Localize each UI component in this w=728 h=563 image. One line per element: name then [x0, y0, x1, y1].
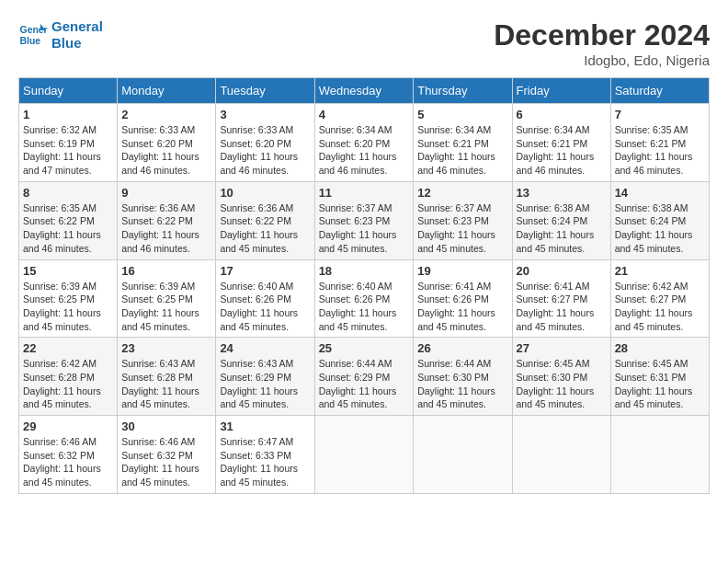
- col-monday: Monday: [118, 78, 216, 104]
- calendar-cell: 6 Sunrise: 6:34 AMSunset: 6:21 PMDayligh…: [512, 104, 610, 182]
- svg-text:General: General: [20, 25, 48, 35]
- calendar-cell: 27 Sunrise: 6:45 AMSunset: 6:30 PMDaylig…: [512, 338, 610, 416]
- calendar-cell: 9 Sunrise: 6:36 AMSunset: 6:22 PMDayligh…: [118, 181, 216, 259]
- logo: General Blue General Blue: [18, 18, 103, 52]
- calendar-row: 8 Sunrise: 6:35 AMSunset: 6:22 PMDayligh…: [19, 181, 710, 259]
- day-detail: Sunrise: 6:34 AMSunset: 6:21 PMDaylight:…: [517, 123, 607, 178]
- calendar-cell: [314, 416, 414, 494]
- day-number: 6: [517, 108, 607, 121]
- calendar-header-row: Sunday Monday Tuesday Wednesday Thursday…: [19, 78, 710, 104]
- day-detail: Sunrise: 6:44 AMSunset: 6:29 PMDaylight:…: [319, 357, 410, 411]
- logo-line2: Blue: [51, 35, 103, 52]
- svg-text:Blue: Blue: [20, 36, 41, 46]
- calendar-cell: 21 Sunrise: 6:42 AMSunset: 6:27 PMDaylig…: [610, 259, 709, 338]
- day-detail: Sunrise: 6:36 AMSunset: 6:22 PMDaylight:…: [121, 201, 211, 256]
- calendar-cell: 24 Sunrise: 6:43 AMSunset: 6:29 PMDaylig…: [216, 338, 314, 416]
- col-thursday: Thursday: [414, 78, 512, 104]
- calendar-cell: 26 Sunrise: 6:44 AMSunset: 6:30 PMDaylig…: [414, 338, 512, 416]
- day-detail: Sunrise: 6:33 AMSunset: 6:20 PMDaylight:…: [220, 123, 310, 178]
- day-detail: Sunrise: 6:38 AMSunset: 6:24 PMDaylight:…: [615, 201, 705, 256]
- day-detail: Sunrise: 6:36 AMSunset: 6:22 PMDaylight:…: [220, 201, 310, 256]
- day-number: 9: [121, 186, 211, 200]
- day-number: 31: [220, 419, 310, 433]
- col-tuesday: Tuesday: [216, 78, 314, 104]
- day-detail: Sunrise: 6:46 AMSunset: 6:32 PMDaylight:…: [121, 435, 211, 489]
- calendar-row: 29 Sunrise: 6:46 AMSunset: 6:32 PMDaylig…: [19, 416, 710, 494]
- col-friday: Friday: [512, 78, 610, 104]
- day-number: 4: [319, 108, 410, 121]
- day-detail: Sunrise: 6:47 AMSunset: 6:33 PMDaylight:…: [220, 435, 310, 489]
- day-detail: Sunrise: 6:38 AMSunset: 6:24 PMDaylight:…: [517, 201, 607, 256]
- day-number: 10: [220, 186, 310, 200]
- day-number: 1: [23, 108, 113, 121]
- month-title: December 2024: [494, 18, 710, 52]
- day-number: 3: [220, 108, 310, 121]
- day-number: 8: [23, 186, 113, 200]
- calendar-cell: [414, 416, 512, 494]
- calendar-row: 22 Sunrise: 6:42 AMSunset: 6:28 PMDaylig…: [19, 338, 710, 416]
- calendar-cell: 15 Sunrise: 6:39 AMSunset: 6:25 PMDaylig…: [19, 259, 118, 338]
- calendar-cell: 23 Sunrise: 6:43 AMSunset: 6:28 PMDaylig…: [118, 338, 216, 416]
- day-number: 29: [23, 419, 113, 433]
- day-detail: Sunrise: 6:39 AMSunset: 6:25 PMDaylight:…: [23, 280, 113, 334]
- day-detail: Sunrise: 6:37 AMSunset: 6:23 PMDaylight:…: [319, 201, 410, 256]
- col-sunday: Sunday: [19, 78, 118, 104]
- calendar-cell: 20 Sunrise: 6:41 AMSunset: 6:27 PMDaylig…: [512, 259, 610, 338]
- calendar-table: Sunday Monday Tuesday Wednesday Thursday…: [18, 77, 710, 494]
- day-number: 15: [23, 264, 113, 278]
- day-number: 5: [417, 108, 507, 121]
- day-detail: Sunrise: 6:40 AMSunset: 6:26 PMDaylight:…: [220, 280, 310, 334]
- day-number: 24: [220, 341, 310, 355]
- day-number: 14: [615, 186, 705, 200]
- day-detail: Sunrise: 6:43 AMSunset: 6:28 PMDaylight:…: [121, 357, 211, 411]
- calendar-cell: 12 Sunrise: 6:37 AMSunset: 6:23 PMDaylig…: [414, 181, 512, 259]
- calendar-cell: 10 Sunrise: 6:36 AMSunset: 6:22 PMDaylig…: [216, 181, 314, 259]
- day-number: 19: [417, 264, 507, 278]
- day-detail: Sunrise: 6:40 AMSunset: 6:26 PMDaylight:…: [319, 280, 410, 334]
- calendar-cell: [512, 416, 610, 494]
- day-number: 26: [417, 341, 507, 355]
- day-number: 27: [517, 341, 607, 355]
- col-wednesday: Wednesday: [314, 78, 414, 104]
- day-number: 2: [121, 108, 211, 121]
- day-number: 25: [319, 341, 410, 355]
- calendar-cell: 2 Sunrise: 6:33 AMSunset: 6:20 PMDayligh…: [118, 104, 216, 182]
- day-number: 16: [121, 264, 211, 278]
- day-detail: Sunrise: 6:39 AMSunset: 6:25 PMDaylight:…: [121, 280, 211, 334]
- calendar-cell: 31 Sunrise: 6:47 AMSunset: 6:33 PMDaylig…: [216, 416, 314, 494]
- day-detail: Sunrise: 6:32 AMSunset: 6:19 PMDaylight:…: [23, 123, 113, 178]
- location: Idogbo, Edo, Nigeria: [494, 52, 710, 68]
- day-detail: Sunrise: 6:35 AMSunset: 6:21 PMDaylight:…: [615, 123, 705, 178]
- col-saturday: Saturday: [610, 78, 709, 104]
- day-number: 7: [615, 108, 705, 121]
- calendar-cell: [610, 416, 709, 494]
- day-detail: Sunrise: 6:42 AMSunset: 6:27 PMDaylight:…: [615, 280, 705, 334]
- day-detail: Sunrise: 6:35 AMSunset: 6:22 PMDaylight:…: [23, 201, 113, 256]
- calendar-cell: 16 Sunrise: 6:39 AMSunset: 6:25 PMDaylig…: [118, 259, 216, 338]
- day-number: 13: [517, 186, 607, 200]
- calendar-row: 15 Sunrise: 6:39 AMSunset: 6:25 PMDaylig…: [19, 259, 710, 338]
- calendar-cell: 22 Sunrise: 6:42 AMSunset: 6:28 PMDaylig…: [19, 338, 118, 416]
- day-detail: Sunrise: 6:46 AMSunset: 6:32 PMDaylight:…: [23, 435, 113, 489]
- calendar-body: 1 Sunrise: 6:32 AMSunset: 6:19 PMDayligh…: [19, 104, 710, 494]
- day-number: 30: [121, 419, 211, 433]
- day-detail: Sunrise: 6:44 AMSunset: 6:30 PMDaylight:…: [417, 357, 507, 411]
- logo-icon: General Blue: [18, 20, 48, 50]
- logo-line1: General: [51, 18, 103, 35]
- calendar-cell: 14 Sunrise: 6:38 AMSunset: 6:24 PMDaylig…: [610, 181, 709, 259]
- day-number: 23: [121, 341, 211, 355]
- day-detail: Sunrise: 6:41 AMSunset: 6:26 PMDaylight:…: [417, 280, 507, 334]
- day-number: 22: [23, 341, 113, 355]
- day-detail: Sunrise: 6:41 AMSunset: 6:27 PMDaylight:…: [517, 280, 607, 334]
- calendar-cell: 5 Sunrise: 6:34 AMSunset: 6:21 PMDayligh…: [414, 104, 512, 182]
- day-number: 28: [615, 341, 705, 355]
- day-number: 17: [220, 264, 310, 278]
- day-detail: Sunrise: 6:45 AMSunset: 6:31 PMDaylight:…: [615, 357, 705, 411]
- calendar-cell: 17 Sunrise: 6:40 AMSunset: 6:26 PMDaylig…: [216, 259, 314, 338]
- calendar-cell: 1 Sunrise: 6:32 AMSunset: 6:19 PMDayligh…: [19, 104, 118, 182]
- day-detail: Sunrise: 6:45 AMSunset: 6:30 PMDaylight:…: [517, 357, 607, 411]
- day-detail: Sunrise: 6:43 AMSunset: 6:29 PMDaylight:…: [220, 357, 310, 411]
- day-detail: Sunrise: 6:37 AMSunset: 6:23 PMDaylight:…: [417, 201, 507, 256]
- day-number: 18: [319, 264, 410, 278]
- day-detail: Sunrise: 6:42 AMSunset: 6:28 PMDaylight:…: [23, 357, 113, 411]
